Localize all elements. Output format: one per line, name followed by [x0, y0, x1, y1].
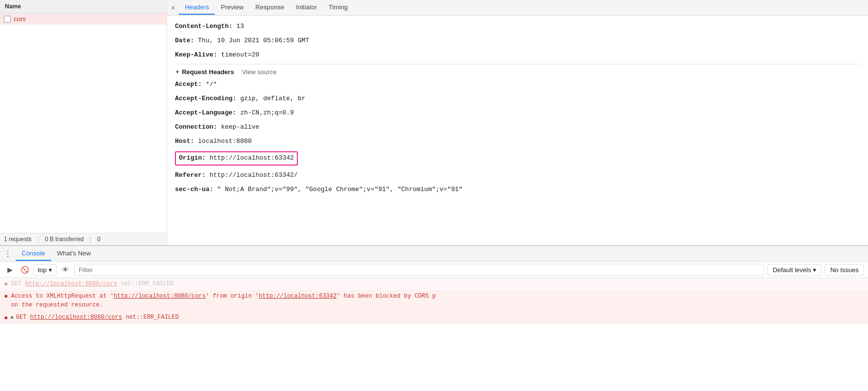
name-item-label: cors — [14, 15, 26, 23]
console-tabs: ⋮ Console What's New — [0, 246, 868, 262]
error-circle-icon-2: ● — [4, 314, 8, 322]
name-footer: 1 requests | 0 B transferred | 0 — [0, 233, 167, 245]
request-headers-section: ▼ Request Headers View source — [175, 64, 860, 78]
name-column-header: Name — [0, 0, 167, 13]
top-context-selector[interactable]: top ▾ — [33, 264, 57, 276]
error-circle-icon: ● — [4, 292, 8, 300]
clear-console-button[interactable]: 🚫 — [19, 264, 30, 276]
console-error-row: ● Access to XMLHttpRequest at 'http://lo… — [0, 290, 868, 311]
content-length-row: Content-Length: 13 — [175, 20, 860, 34]
referer-row: Referer: http://localhost:63342/ — [175, 168, 860, 183]
console-toolbar: ▶ 🚫 top ▾ 👁 Default levels ▾ No Issues — [0, 262, 868, 278]
cors-link-1[interactable]: http://localhost:8080/cors — [114, 293, 205, 300]
headers-content: Content-Length: 13 Date: Thu, 10 Jun 202… — [167, 16, 868, 245]
console-row-get-hidden: ● GET http://localhost:8080/cors net::ER… — [0, 278, 868, 290]
tab-close-button[interactable]: × — [171, 4, 175, 12]
triangle-icon: ▼ — [175, 69, 180, 75]
tab-preview[interactable]: Preview — [215, 0, 249, 15]
accept-encoding-row: Accept-Encoding: gzip, deflate, br — [175, 92, 860, 106]
keep-alive-row: Keep-Alive: timeout=20 — [175, 48, 860, 62]
name-item-checkbox — [4, 16, 11, 23]
console-content: ● GET http://localhost:8080/cors net::ER… — [0, 278, 868, 391]
chevron-down-icon: ▾ — [49, 266, 52, 274]
network-name-item[interactable]: cors — [0, 13, 167, 25]
console-link-cors-hidden[interactable]: http://localhost:8080/cors — [25, 280, 117, 287]
accept-language-row: Accept-Language: zh-CN,zh;q=0.9 — [175, 106, 860, 120]
console-menu-icon[interactable]: ⋮ — [4, 250, 12, 258]
tab-console[interactable]: Console — [16, 247, 51, 261]
headers-tabs: × Headers Preview Response Initiator Tim… — [167, 0, 868, 16]
connection-row: Connection: keep-alive — [175, 120, 860, 135]
origin-highlighted: Origin: http://localhost:63342 — [175, 151, 298, 166]
triangle-right-icon[interactable]: ▶ — [11, 314, 14, 320]
eye-icon-button[interactable]: 👁 — [59, 264, 71, 276]
date-row: Date: Thu, 10 Jun 2021 05:06:59 GMT — [175, 34, 860, 48]
devtools-container: Name cors 1 requests | 0 B transferred |… — [0, 0, 868, 391]
accept-row: Accept: */* — [175, 78, 860, 92]
name-list: cors — [0, 13, 167, 233]
transferred-count: 0 B transferred — [45, 236, 84, 243]
name-sidebar: Name cors 1 requests | 0 B transferred |… — [0, 0, 167, 245]
console-get-row: ● ▶ GET http://localhost:8080/cors net::… — [0, 311, 868, 324]
view-source-link[interactable]: View source — [242, 68, 277, 76]
other-count: 0 — [97, 236, 101, 243]
sec-ch-ua-row: sec-ch-ua: " Not;A Brand";v="99", "Googl… — [175, 183, 860, 197]
requests-count: 1 requests — [4, 236, 31, 243]
default-levels-dropdown[interactable]: Default levels ▾ — [767, 264, 822, 276]
tab-initiator[interactable]: Initiator — [290, 0, 323, 15]
tab-whats-new[interactable]: What's New — [51, 247, 97, 261]
error-icon: ● — [4, 280, 8, 288]
console-filter-input[interactable] — [74, 264, 764, 276]
host-row: Host: localhost:8080 — [175, 135, 860, 149]
tab-response[interactable]: Response — [250, 0, 290, 15]
origin-link-1[interactable]: http://localhost:63342 — [259, 293, 337, 300]
no-issues-button[interactable]: No Issues — [825, 264, 864, 276]
origin-row: Origin: http://localhost:63342 — [175, 148, 860, 168]
chevron-down-icon: ▾ — [813, 266, 816, 274]
tab-headers[interactable]: Headers — [179, 0, 215, 15]
run-script-button[interactable]: ▶ — [4, 264, 16, 276]
tab-timing[interactable]: Timing — [323, 0, 354, 15]
console-panel: ⋮ Console What's New ▶ 🚫 top ▾ 👁 Default… — [0, 246, 868, 391]
cors-link-2[interactable]: http://localhost:8080/cors — [30, 314, 122, 321]
headers-panel: × Headers Preview Response Initiator Tim… — [167, 0, 868, 245]
network-panel: Name cors 1 requests | 0 B transferred |… — [0, 0, 868, 246]
